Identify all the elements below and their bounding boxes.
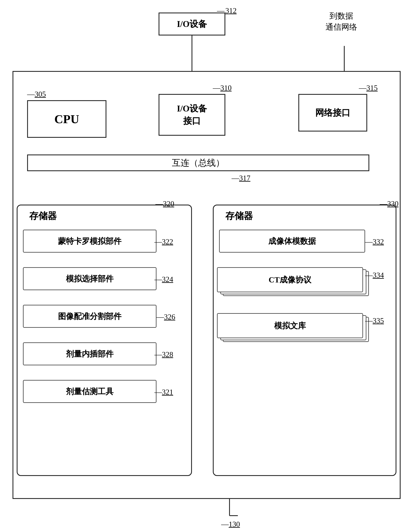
ref-317-container: —317 (232, 174, 250, 183)
network-top-text: 到数据通信网络 (326, 12, 357, 31)
ref-332-container: —332 (365, 237, 384, 246)
storage-right-title: 存储器 (225, 210, 253, 222)
dose-est-tool-label: 剂量估测工具 (66, 386, 114, 397)
ct-protocol-label: CT成像协议 (269, 275, 311, 285)
ct-protocol-box: CT成像协议 (217, 267, 363, 292)
network-interface-label: 网络接口 (315, 107, 350, 119)
sim-lib-label: 模拟文库 (274, 320, 306, 331)
ref-330: 330 (387, 199, 398, 208)
ref-321: 321 (162, 388, 173, 396)
dose-interp-label: 剂量内插部件 (66, 349, 114, 359)
network-interface-box: 网络接口 (298, 94, 367, 132)
ref-328: 328 (162, 350, 173, 359)
ref-312-num: 312 (225, 6, 237, 15)
ref-315-container: —315 (359, 83, 378, 92)
sim-select-label: 模拟选择部件 (66, 274, 114, 284)
io-interface-box: I/O设备接口 (159, 94, 225, 136)
ct-protocol-stack: CT成像协议 (217, 267, 371, 301)
ref-335-container: —335 (365, 316, 384, 325)
bus-label: 互连（总线） (172, 157, 225, 169)
io-device-top-label: I/O设备 (177, 18, 207, 30)
ref-310: 310 (220, 84, 232, 92)
ref-324-container: —324 (154, 275, 173, 284)
ref-335: 335 (373, 317, 384, 325)
network-top-label: 到数据通信网络 (326, 11, 357, 33)
ref-130: 130 (229, 520, 240, 528)
image-seg-box: 图像配准分割部件 (23, 305, 156, 328)
ref-320: 320 (163, 199, 174, 208)
ref-334: 334 (373, 271, 384, 279)
sim-lib-box: 模拟文库 (217, 313, 363, 338)
ref-305-container: —305 (27, 90, 46, 99)
monte-carlo-label: 蒙特卡罗模拟部件 (58, 236, 121, 247)
ref-320-container: —320 (155, 199, 174, 208)
sim-lib-stack: 模拟文库 (217, 313, 371, 346)
ref-312-text: — (217, 6, 225, 15)
ref-310-container: —310 (213, 83, 232, 92)
cpu-label: CPU (54, 112, 79, 126)
ref-321-container: —321 (154, 388, 173, 397)
imaging-vol-box: 成像体模数据 (219, 230, 365, 253)
ref-326: 326 (164, 313, 175, 321)
diagram-container: I/O设备 — 312 到数据通信网络 CPU —305 I/O设备接口 —31… (0, 0, 420, 529)
sim-select-box: 模拟选择部件 (23, 267, 156, 290)
ref-326-container: —326 (156, 313, 175, 321)
ref-322: 322 (162, 238, 173, 246)
dose-est-tool-box: 剂量估测工具 (23, 380, 156, 403)
ref-324: 324 (162, 275, 173, 283)
ref-317: 317 (239, 174, 250, 182)
ref-334-container: —334 (365, 271, 384, 279)
dose-interp-box: 剂量内插部件 (23, 342, 156, 365)
io-interface-label: I/O设备接口 (177, 103, 207, 127)
ref-332: 332 (373, 238, 384, 246)
bus-bar: 互连（总线） (27, 155, 369, 171)
monte-carlo-box: 蒙特卡罗模拟部件 (23, 230, 156, 253)
ref-315: 315 (366, 84, 378, 92)
storage-left-title: 存储器 (29, 210, 57, 222)
ref-130-container: —130 (221, 520, 240, 529)
ref-322-container: —322 (154, 237, 173, 246)
imaging-vol-label: 成像体模数据 (268, 236, 316, 247)
io-device-top-box: I/O设备 (159, 13, 225, 36)
cpu-box: CPU (27, 100, 106, 138)
image-seg-label: 图像配准分割部件 (58, 311, 121, 322)
ref-328-container: —328 (154, 350, 173, 359)
ref-305: 305 (35, 90, 46, 98)
ref-330-container: —330 (380, 199, 398, 208)
ref-312: — 312 (217, 6, 237, 15)
